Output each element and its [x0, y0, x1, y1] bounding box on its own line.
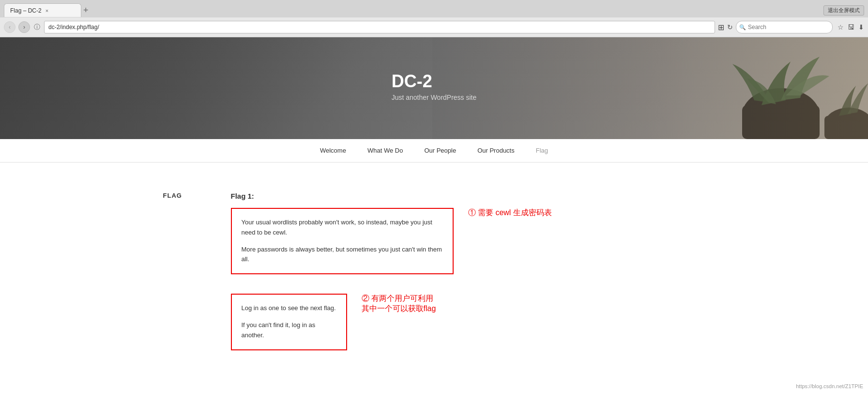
search-icon: 🔍: [739, 24, 746, 31]
tab-close-icon[interactable]: ×: [46, 8, 48, 14]
flag1-row: Your usual wordlists probably won't work…: [231, 208, 705, 284]
flag2-text-1: Log in as one to see the next flag.: [242, 303, 336, 314]
nav-link-welcome[interactable]: Welcome: [309, 139, 357, 162]
flag1-text-2: More passwords is always better, but som…: [242, 245, 443, 265]
browser-tab[interactable]: Flag – DC-2 ×: [4, 3, 81, 17]
nav-item-welcome[interactable]: Welcome: [309, 139, 357, 162]
content-main: Flag 1: Your usual wordlists probably wo…: [231, 192, 705, 370]
site-header: DC-2 Just another WordPress site: [0, 37, 868, 139]
save-page-button[interactable]: 🖫: [848, 23, 854, 31]
download-button[interactable]: ⬇: [858, 23, 864, 31]
fullscreen-button[interactable]: 退出全屏模式: [823, 5, 864, 16]
nav-link-what-we-do[interactable]: What We Do: [357, 139, 413, 162]
tab-title: Flag – DC-2: [10, 7, 42, 14]
url-bar[interactable]: [44, 21, 715, 33]
nav-item-what-we-do[interactable]: What We Do: [357, 139, 413, 162]
header-titles: DC-2 Just another WordPress site: [392, 71, 477, 101]
new-tab-button[interactable]: +: [83, 6, 89, 15]
flag2-box: Log in as one to see the next flag. If y…: [231, 294, 347, 350]
page-content: FLAG Flag 1: Your usual wordlists probab…: [144, 163, 725, 393]
flag1-heading: Flag 1:: [231, 192, 705, 200]
back-button[interactable]: ‹: [4, 21, 15, 33]
bookmark-button[interactable]: ☆: [838, 23, 844, 31]
nav-link-our-products[interactable]: Our Products: [467, 139, 525, 162]
annotation1-text: ① 需要 cewl 生成密码表: [468, 208, 552, 217]
annotation2: ② 有两个用户可利用 其中一个可以获取flag: [362, 294, 436, 314]
flag1-box: Your usual wordlists probably won't work…: [231, 208, 454, 274]
nav-link-our-people[interactable]: Our People: [413, 139, 467, 162]
flag1-text-1: Your usual wordlists probably won't work…: [242, 218, 443, 238]
header-decoration: [432, 37, 868, 139]
footer-link: https://blog.csdn.net/Z1TPIE: [796, 383, 863, 389]
wordpress-icon: ⊞: [718, 23, 724, 32]
site-tagline: Just another WordPress site: [392, 94, 477, 101]
refresh-button[interactable]: ↻: [727, 23, 733, 31]
info-button[interactable]: ⓘ: [33, 23, 41, 31]
forward-button[interactable]: ›: [18, 21, 30, 33]
annotation2-line2: 其中一个可以获取flag: [362, 304, 436, 314]
forward-icon: ›: [23, 24, 25, 31]
search-input[interactable]: [736, 21, 833, 33]
section-label: FLAG: [163, 192, 212, 370]
nav-menu: Welcome What We Do Our People Our Produc…: [309, 139, 559, 162]
nav-item-our-people[interactable]: Our People: [413, 139, 467, 162]
flag2-text-2: If you can't find it, log in as another.: [242, 320, 336, 341]
annotation1: ① 需要 cewl 生成密码表: [468, 208, 552, 218]
annotation2-line1: ② 有两个用户可利用: [362, 294, 436, 304]
flag2-row: Log in as one to see the next flag. If y…: [231, 294, 705, 360]
site-title: DC-2: [392, 71, 477, 92]
nav-link-flag[interactable]: Flag: [525, 139, 559, 162]
svg-rect-4: [432, 37, 868, 139]
back-icon: ‹: [9, 24, 11, 31]
nav-item-flag[interactable]: Flag: [525, 139, 559, 162]
site-navigation: Welcome What We Do Our People Our Produc…: [0, 139, 868, 162]
nav-item-our-products[interactable]: Our Products: [467, 139, 525, 162]
